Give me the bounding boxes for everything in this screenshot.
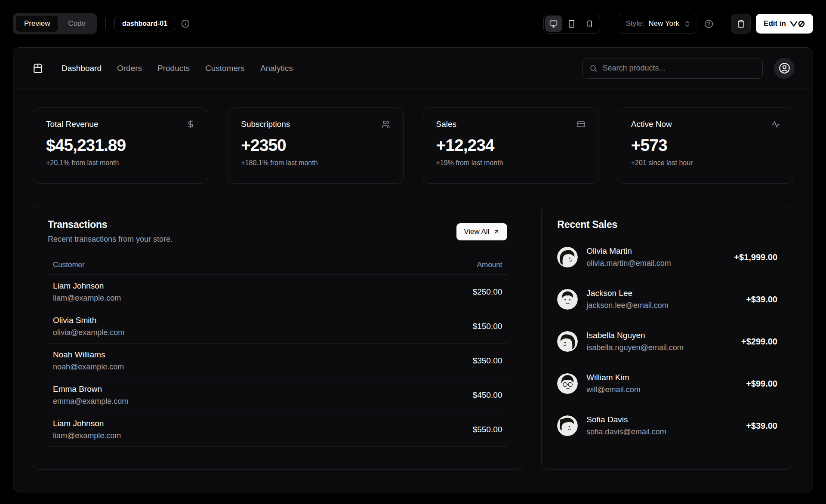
dashboard-preview: Dashboard Orders Products Customers Anal… [13,47,813,492]
recent-sales-card: Recent Sales Olivia Martin olivia.martin… [541,204,793,470]
sale-amount: +$99.00 [746,379,777,389]
stat-card-total-revenue: Total Revenue $45,231.89 +20.1% from las… [33,108,208,184]
customer-name: Olivia Smith [53,316,124,325]
tablet-icon [567,20,576,28]
smartphone-icon [586,20,593,28]
column-header-amount: Amount [477,261,502,269]
nav-item-analytics[interactable]: Analytics [260,64,293,73]
credit-card-icon [576,120,585,129]
customer-name: Liam Johnson [53,419,121,428]
avatar [557,331,578,352]
search-icon [589,64,597,73]
sale-customer-name: Jackson Lee [586,289,668,298]
sale-amount: +$299.00 [741,337,777,347]
stat-change: +201 since last hour [631,159,780,167]
dollar-sign-icon [186,120,195,129]
transactions-description: Recent transactions from your store. [48,235,173,244]
sale-customer-email: sofia.davis@email.com [586,427,666,436]
transactions-card: Transactions Recent transactions from yo… [33,204,522,470]
desktop-view-button[interactable] [545,15,562,32]
mobile-view-button[interactable] [581,15,598,32]
preview-code-toggle: Preview Code [13,13,97,34]
tablet-view-button[interactable] [563,15,580,32]
list-item: Olivia Martin olivia.martin@email.com +$… [557,243,777,271]
arrow-up-right-icon [493,228,500,235]
user-menu-button[interactable] [774,58,795,79]
transaction-amount: $550.00 [473,425,502,434]
monitor-icon [549,20,558,28]
search-box [582,58,763,79]
block-name-badge[interactable]: dashboard-01 [114,16,175,31]
nav-item-dashboard[interactable]: Dashboard [62,64,102,73]
help-icon[interactable] [704,19,713,28]
nav-item-products[interactable]: Products [157,64,190,73]
top-toolbar: Preview Code dashboard-01 Style: New Yor… [0,0,826,47]
tab-preview[interactable]: Preview [15,15,59,32]
transaction-amount: $350.00 [473,356,502,366]
stat-change: +20.1% from last month [46,159,195,167]
transactions-title: Transactions [48,219,173,230]
customer-email: noah@example.com [53,363,124,372]
tab-code[interactable]: Code [59,15,95,32]
sale-customer-name: William Kim [586,373,640,382]
table-row: Olivia Smitholivia@example.com $150.00 [48,309,507,344]
stat-value: +573 [631,136,780,155]
stat-card-subscriptions: Subscriptions +2350 +180.1% from last mo… [228,108,403,184]
chevrons-up-down-icon [684,20,691,28]
view-all-label: View All [464,227,489,236]
stat-change: +19% from last month [436,159,585,167]
stat-title: Total Revenue [46,120,98,129]
stat-change: +180.1% from last month [241,159,390,167]
sale-customer-name: Isabella Nguyen [586,331,683,340]
sale-customer-name: Olivia Martin [586,246,671,256]
clipboard-icon [737,20,745,28]
customer-name: Liam Johnson [53,281,121,291]
sale-customer-name: Sofia Davis [586,415,666,424]
list-item: Jackson Lee jackson.lee@email.com +$39.0… [557,286,777,313]
table-row: Liam Johnsonliam@example.com $550.00 [48,412,507,447]
info-icon[interactable] [181,19,190,28]
customer-name: Noah Williams [53,350,124,360]
nav-links: Dashboard Orders Products Customers Anal… [62,64,293,73]
transaction-amount: $150.00 [473,322,502,331]
divider [722,18,722,29]
avatar [557,373,578,394]
copy-code-button[interactable] [731,14,751,34]
store-icon[interactable] [31,62,44,75]
sale-amount: +$39.00 [746,295,777,304]
v0-logo-icon [790,20,805,28]
customer-email: emma@example.com [53,397,128,406]
search-input[interactable] [602,64,755,73]
style-select[interactable]: Style: New York [618,14,697,34]
stat-title: Subscriptions [241,120,290,129]
list-item: Isabella Nguyen isabella.nguyen@email.co… [557,328,777,355]
divider [609,18,609,29]
customer-email: liam@example.com [53,294,121,303]
sale-customer-email: isabella.nguyen@email.com [586,343,683,352]
user-circle-icon [779,62,790,74]
table-row: Emma Brownemma@example.com $450.00 [48,378,507,412]
nav-item-orders[interactable]: Orders [117,64,142,73]
sale-customer-email: will@email.com [586,385,640,394]
stat-value: +12,234 [436,136,585,155]
transaction-amount: $250.00 [473,287,502,297]
table-row: Noah Williamsnoah@example.com $350.00 [48,344,507,378]
avatar [557,415,578,436]
sale-customer-email: olivia.martin@email.com [586,259,671,268]
avatar [557,289,578,310]
edit-in-v0-button[interactable]: Edit in [756,14,813,34]
stat-card-active-now: Active Now +573 +201 since last hour [618,108,793,184]
sale-customer-email: jackson.lee@email.com [586,301,668,310]
nav-item-customers[interactable]: Customers [205,64,245,73]
view-all-button[interactable]: View All [456,223,507,240]
edit-in-v0-label: Edit in [764,19,786,28]
sale-amount: +$1,999.00 [734,252,777,262]
customer-email: olivia@example.com [53,328,124,337]
avatar [557,247,578,267]
column-header-customer: Customer [53,261,85,269]
sale-amount: +$39.00 [746,421,777,431]
customer-name: Emma Brown [53,384,128,394]
activity-icon [771,120,780,129]
stat-title: Sales [436,120,457,129]
stat-value: $45,231.89 [46,136,195,155]
